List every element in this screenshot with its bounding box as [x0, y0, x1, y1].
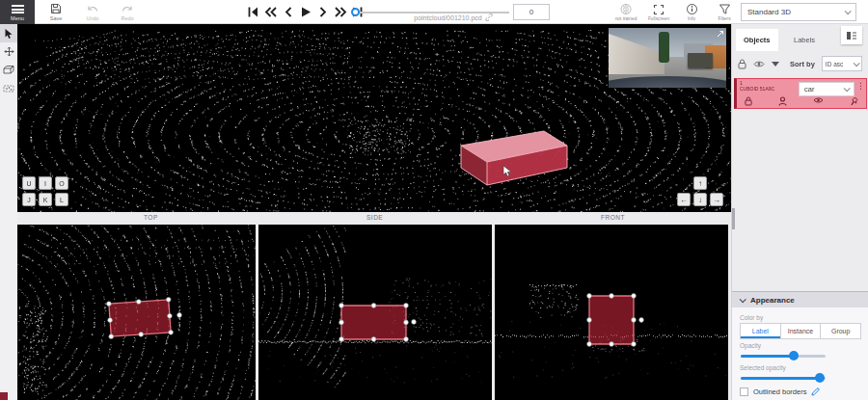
previous-frame-button[interactable] — [281, 4, 295, 21]
key-u[interactable]: U — [22, 176, 36, 190]
arrow-left-button[interactable]: ← — [677, 193, 691, 206]
filters-button[interactable]: Filters — [708, 0, 741, 24]
sort-by-label: Sort by — [790, 60, 815, 68]
key-l[interactable]: L — [55, 193, 68, 206]
info-icon — [686, 3, 698, 15]
fit-cuboid-tool-button[interactable] — [0, 79, 17, 97]
annotation-app: Menu Save Undo Redo pointcloud/001210 — [0, 0, 868, 400]
play-button[interactable] — [298, 4, 312, 21]
arrow-down-button[interactable]: ↓ — [693, 193, 707, 206]
outlined-borders-checkbox[interactable] — [740, 387, 748, 396]
fullscreen-icon — [653, 4, 665, 15]
arrow-right-button[interactable]: → — [710, 193, 723, 206]
arrow-up-button[interactable]: ↑ — [693, 176, 707, 190]
next-frame-button[interactable] — [315, 4, 330, 21]
fast-rewind-button[interactable] — [263, 4, 278, 21]
opacity-slider[interactable] — [741, 351, 826, 361]
camera-tree — [659, 32, 669, 63]
side-view-canvas[interactable] — [258, 225, 492, 400]
lock-all-button[interactable] — [738, 59, 746, 69]
view-mode-select[interactable]: Standard 3D — [741, 3, 856, 21]
sort-select[interactable]: ID asc — [822, 56, 862, 71]
filter-icon — [719, 3, 731, 15]
expand-all-button[interactable] — [772, 62, 779, 67]
selected-opacity-label: Selected opacity — [740, 364, 861, 371]
visibility-all-button[interactable] — [753, 60, 765, 68]
panel-toggle-icon — [846, 31, 857, 40]
edit-pencil-icon[interactable] — [811, 387, 820, 396]
pan-tool-button[interactable] — [0, 42, 17, 61]
side-view-label: SIDE — [366, 214, 383, 221]
redo-icon — [122, 3, 133, 14]
color-by-label: Color by — [740, 314, 861, 321]
menu-label: Menu — [11, 15, 24, 21]
camera-image-thumbnail[interactable] — [609, 28, 726, 88]
view-mode-value: Standard 3D — [747, 8, 791, 16]
object-pin-button[interactable] — [850, 96, 858, 106]
select-tool-button[interactable] — [0, 24, 17, 42]
expand-icon[interactable] — [717, 30, 724, 38]
opacity-label: Opacity — [740, 342, 861, 349]
cursor-icon — [4, 28, 14, 40]
camera-ego-hood — [609, 76, 726, 88]
color-by-label-option[interactable]: Label — [740, 323, 781, 339]
opacity-slider-thumb[interactable] — [789, 351, 799, 360]
top-view-canvas[interactable] — [17, 225, 256, 400]
skip-first-frame-button[interactable] — [246, 4, 260, 21]
fast-forward-button[interactable] — [333, 4, 347, 21]
hamburger-icon — [12, 4, 24, 15]
appearance-section: Appearance Color by Label Instance Group… — [732, 291, 868, 400]
move-icon — [4, 46, 14, 57]
add-cuboid-tool-button[interactable] — [0, 61, 17, 79]
outlined-borders-row: Outlined borders — [740, 387, 861, 396]
filename-link[interactable]: pointcloud/001210.pcd — [372, 13, 534, 21]
brain-icon — [619, 3, 633, 15]
object-assignee-button[interactable] — [778, 96, 787, 106]
object-lock-button[interactable] — [745, 96, 752, 106]
key-j[interactable]: J — [22, 193, 36, 206]
info-button[interactable]: Info — [675, 0, 708, 24]
playback-controls — [246, 0, 365, 24]
filename-text: pointcloud/001210.pcd — [414, 14, 481, 21]
model-status-button[interactable]: not trained — [610, 0, 642, 24]
frame-number-input[interactable] — [513, 4, 550, 20]
bottom-left-widget[interactable] — [0, 392, 8, 400]
object-actions — [745, 96, 858, 106]
menu-button[interactable]: Menu — [0, 0, 35, 24]
redo-label: Redo — [121, 15, 133, 21]
mouse-cursor-icon — [502, 165, 513, 177]
object-menu-button[interactable]: ⋮ — [856, 82, 865, 91]
appearance-header[interactable]: Appearance — [732, 292, 868, 307]
key-o[interactable]: O — [55, 176, 68, 190]
filters-label: Filters — [718, 16, 730, 21]
fullscreen-button[interactable]: Fullscreen — [642, 0, 675, 24]
color-by-segmented-control: Label Instance Group — [740, 323, 861, 339]
model-status-label: not trained — [615, 16, 637, 21]
timeline-thumb[interactable] — [351, 8, 360, 16]
object-category-select[interactable]: car — [799, 82, 854, 96]
undo-button[interactable]: Undo — [77, 0, 108, 24]
collapse-panel-button[interactable] — [841, 26, 862, 44]
chevron-down-icon — [845, 8, 852, 14]
color-by-group-option[interactable]: Group — [821, 323, 861, 339]
fullscreen-label: Fullscreen — [648, 16, 669, 21]
tool-sidebar — [0, 24, 17, 400]
tab-objects[interactable]: Objects — [736, 29, 778, 51]
color-by-instance-option[interactable]: Instance — [781, 323, 822, 339]
tab-labels[interactable]: Labels — [786, 29, 823, 51]
arrow-key-pad: ↑ ← ↓ → — [677, 176, 723, 206]
save-button[interactable]: Save — [41, 0, 71, 24]
front-view-canvas[interactable] — [495, 225, 728, 400]
selected-opacity-slider[interactable] — [741, 373, 826, 384]
key-k[interactable]: K — [39, 193, 52, 206]
appearance-title: Appearance — [750, 296, 795, 305]
selected-opacity-slider-thumb[interactable] — [815, 373, 825, 383]
panel-scrollbar-thumb[interactable] — [732, 208, 735, 229]
top-toolbar: Menu Save Undo Redo pointcloud/001210 — [0, 0, 868, 24]
redo-button[interactable]: Redo — [112, 0, 143, 24]
key-i[interactable]: I — [39, 176, 52, 190]
toolbar-right-icons: not trained Fullscreen Info Filters — [610, 0, 741, 24]
object-list-item-selected[interactable]: 1 CUBOID 51A9C car ⋮ — [734, 78, 867, 109]
save-icon — [50, 3, 62, 14]
object-visibility-button[interactable] — [813, 96, 824, 106]
